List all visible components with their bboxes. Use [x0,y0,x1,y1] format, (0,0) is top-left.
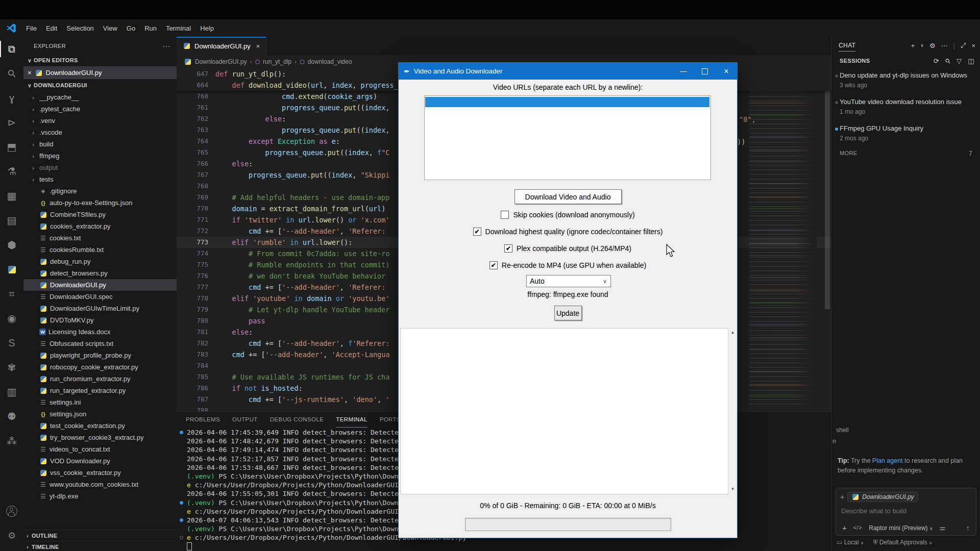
accounts-icon[interactable] [0,499,23,523]
chat-tab[interactable]: CHAT [839,42,855,52]
tree-item[interactable]: ›__pycache__ [23,91,177,103]
scroll-down-icon[interactable]: ▼ [728,485,737,493]
command-decoration[interactable] [180,501,183,505]
url-textarea[interactable] [424,95,711,180]
chat-close-icon[interactable]: × [971,42,975,49]
tree-item[interactable]: DownloaderGUI.py [23,279,177,291]
panel-tab-output[interactable]: OUTPUT [232,412,258,427]
panel-tab-ports[interactable]: PORTS [380,412,401,427]
activity-folder-view-icon[interactable]: ▤ [0,208,23,233]
activity-run-debug-icon[interactable]: ⊳ [0,110,23,135]
chat-input-placeholder[interactable]: Describe what to build [836,502,976,520]
checkbox-row[interactable]: ✔Re-encode to MP4 (use GPU when availabl… [399,261,737,269]
tab-downloadergui[interactable]: DownloaderGUI.py × [177,37,266,55]
session-item[interactable]: Deno update and yt-dlp issues on Windows… [831,67,980,94]
settings-gear-icon[interactable]: ⚙ [0,523,23,548]
tree-item[interactable]: ☰yt-dlp.exe [23,490,177,502]
tree-item[interactable]: ☰cookiesRumble.txt [23,244,177,256]
tree-item[interactable]: ◈.gitignore [23,185,177,197]
menu-file[interactable]: File [21,22,41,34]
activity-bug-reporter-icon[interactable]: ⚉ [0,404,23,429]
tree-item[interactable]: {}auto-py-to-exe-Settings.json [23,197,177,209]
download-button[interactable]: Download Video and Audio [514,189,622,204]
tree-item[interactable]: ›.vscode [23,127,177,138]
tree-item[interactable]: ☰DownloaderGUI.spec [23,291,177,303]
activity-svelte-ext-icon[interactable]: S [0,331,23,355]
activity-testing-icon[interactable]: ⚗ [0,159,23,184]
log-listbox[interactable] [400,328,728,494]
breadcrumb-item[interactable]: DownloaderGUI.py [195,58,247,65]
tree-item[interactable]: {}settings.json [23,408,177,420]
menu-view[interactable]: View [99,22,122,34]
session-item[interactable]: FFmpeg GPU Usage Inquiry2 mos ago [831,120,980,147]
panel-tab-debug-console[interactable]: DEBUG CONSOLE [270,412,324,427]
checkbox-checked[interactable]: ✔ [489,261,498,269]
tree-item[interactable]: DownloaderGUIwTimeLimit.py [23,303,177,314]
session-item[interactable]: YouTube video download resolution issue1… [831,94,980,120]
menu-selection[interactable]: Selection [62,22,98,34]
code-tools-icon[interactable]: </> [853,525,862,531]
tree-item[interactable]: run_targeted_extractor.py [23,385,177,396]
checkbox-unchecked[interactable] [501,211,509,219]
dialog-close-button[interactable]: × [716,63,737,80]
activity-source-control-icon[interactable]: ɣ [0,86,23,110]
approvals-picker[interactable]: ⛨ Default Approvals ∨ [873,539,932,546]
command-decoration[interactable] [180,518,183,522]
tab-close-icon[interactable]: × [256,42,260,50]
dialog-titlebar[interactable]: ✒ Video and Audio Downloader — × [399,63,737,80]
close-icon[interactable]: × [28,69,32,77]
activity-notebook-ext-icon[interactable]: ▥ [0,380,23,404]
breadcrumb-item[interactable]: run_yt_dlp [263,58,291,65]
editor-scrollbar[interactable] [824,68,831,411]
checkbox-checked[interactable]: ✔ [473,228,481,236]
tree-item[interactable]: playwright_profile_probe.py [23,349,177,361]
menu-edit[interactable]: Edit [41,22,62,34]
log-scrollbar[interactable]: ▲ ▼ [728,328,737,493]
menu-run[interactable]: Run [140,22,161,34]
tree-item[interactable]: ›.pytest_cache [23,103,177,115]
breadcrumb-item[interactable]: download_video [308,58,352,65]
panel-tab-terminal[interactable]: TERMINAL [336,412,367,428]
checkbox-checked[interactable]: ✔ [504,244,512,253]
tree-item[interactable]: detect_browsers.py [23,267,177,279]
activity-ports-diagram-icon[interactable]: ⌗ [0,282,23,306]
tree-item[interactable]: cookies_extractor.py [23,220,177,232]
model-picker[interactable]: Raptor mini (Preview) ∨ [869,524,933,532]
tree-item[interactable]: test_cookie_extraction.py [23,420,177,432]
tree-item[interactable]: ☰Obfuscated scripts.txt [23,338,177,349]
environment-picker[interactable]: ▭ Local ∨ [837,539,864,546]
menu-go[interactable]: Go [122,22,140,34]
open-editor-icon[interactable]: ⤢ [961,41,966,49]
tree-item[interactable]: ›tests [23,173,177,185]
command-decoration[interactable] [180,536,183,539]
layout-icon[interactable]: ◫ [968,57,974,65]
filter-icon[interactable]: ▽ [957,57,962,65]
attach-plus-icon[interactable]: + [842,523,847,532]
tree-item[interactable]: ☰www.youtube.com_cookies.txt [23,479,177,490]
sessions-more[interactable]: MORE 7 [831,147,980,160]
chat-input-box[interactable]: + DownloaderGUI.py Describe what to buil… [836,488,976,536]
chat-settings-gear-icon[interactable]: ⚙ [929,42,936,49]
tree-item[interactable]: DVDToMKV.py [23,314,177,326]
workspace-root-header[interactable]: ∨ DOWNLOADERGUI [23,79,177,91]
activity-web-globe-icon[interactable]: ◉ [0,306,23,331]
send-icon[interactable]: ↑ [966,523,970,532]
open-editors-header[interactable]: ∨ OPEN EDITORS [23,54,177,66]
tree-item[interactable]: vss_cookie_extractor.py [23,467,177,479]
outline-section[interactable]: › OUTLINE [23,530,176,541]
open-editor-item[interactable]: × DownloaderGUI.py [23,66,177,79]
tune-sliders-icon[interactable]: ⚌ [940,524,946,532]
tree-item[interactable]: WLicensing Ideas.docx [23,326,177,338]
search-sessions-icon[interactable]: ⚲ [943,56,952,65]
add-context-icon[interactable]: + [840,493,844,501]
sessions-header[interactable]: SESSIONS [840,58,870,64]
tree-item[interactable]: ›build [23,138,177,150]
tree-item[interactable]: ☰settings.ini [23,396,177,408]
command-decoration[interactable] [180,431,183,434]
checkbox-row[interactable]: Skip cookies (download anonymously) [399,211,737,219]
activity-package-box-icon[interactable]: ⬢ [0,233,23,257]
new-chat-dropdown-icon[interactable]: ∨ [920,43,924,48]
refresh-icon[interactable]: ⟳ [934,57,939,65]
menu-terminal[interactable]: Terminal [161,22,195,34]
tree-item[interactable]: CombineTSfiles.py [23,209,177,220]
